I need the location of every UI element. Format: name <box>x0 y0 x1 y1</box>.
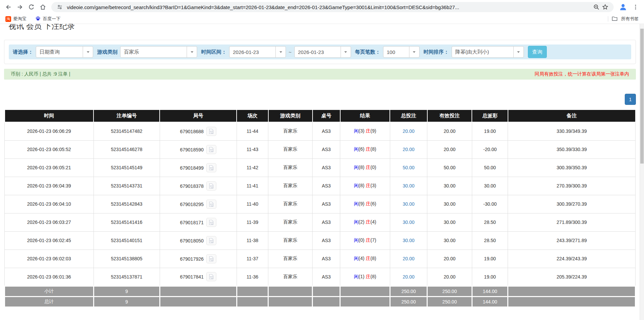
cell-payout: 50.00 <box>472 158 508 177</box>
cell-total-bet: 50.00 <box>390 158 427 177</box>
total-row-cell-10 <box>508 296 636 307</box>
cell-session: 11-42 <box>237 158 268 177</box>
video-replay-icon[interactable] <box>206 218 216 227</box>
cell-round: 679018590 <box>160 140 237 158</box>
table-row: 2026-01-23 06:02:03523145138805679017926… <box>5 250 636 268</box>
total-bet-link[interactable]: 20.00 <box>403 147 414 152</box>
column-header-3: 场次 <box>237 110 268 122</box>
cell-result: 闲(3) 庄(9) <box>340 122 390 140</box>
site-info-icon[interactable] <box>55 3 64 11</box>
player-result: 闲 <box>354 237 359 243</box>
total-row-cell-4 <box>268 296 313 307</box>
reload-icon[interactable] <box>26 1 37 13</box>
video-replay-icon[interactable] <box>206 272 216 281</box>
bookmarks-bar: 淘 爱淘宝 百度一下 所有书签 <box>0 14 644 24</box>
total-bet-link[interactable]: 30.00 <box>403 220 414 225</box>
total-row-cell-5 <box>313 296 340 307</box>
video-replay-icon[interactable] <box>206 181 216 191</box>
column-header-9: 总派彩 <box>472 110 508 122</box>
cell-note: 270.39/300.39 <box>508 177 636 195</box>
video-replay-icon[interactable] <box>206 200 216 209</box>
cell-session: 11-44 <box>237 122 268 140</box>
total-bet-link[interactable]: 20.00 <box>403 256 414 261</box>
cell-time: 2026-01-23 06:05:52 <box>5 140 94 158</box>
cell-time: 2026-01-23 06:01:36 <box>5 268 94 286</box>
total-bet-link[interactable]: 30.00 <box>403 183 414 188</box>
video-replay-icon[interactable] <box>206 254 216 263</box>
currency-summary-text: 币别 : 人民币 | 总共 :9 注单 | <box>11 71 70 77</box>
page-size-select[interactable]: 100 <box>383 46 420 58</box>
sort-select[interactable]: 降幂(由大到小) <box>452 46 524 58</box>
round-number: 679018590 <box>180 147 204 152</box>
all-bookmarks-label[interactable]: 所有书签 <box>621 16 639 22</box>
total-row-cell-0: 总计 <box>5 296 94 307</box>
cell-note: 300.39/350.39 <box>508 158 636 177</box>
total-bet-link[interactable]: 30.00 <box>403 201 414 207</box>
cell-bet-id: 523145137871 <box>93 268 160 286</box>
cell-time: 2026-01-23 06:02:03 <box>5 250 94 268</box>
date-range-separator: ~ <box>289 49 292 55</box>
cell-result: 闲(9) 庄(6) <box>340 195 390 213</box>
cell-round: 679018378 <box>160 177 237 195</box>
cell-round: 679018050 <box>160 231 237 250</box>
total-bet-link[interactable]: 50.00 <box>403 165 414 170</box>
search-button[interactable]: 查询 <box>528 46 547 58</box>
cell-total-bet: 30.00 <box>390 231 427 250</box>
player-result: 闲 <box>354 201 359 206</box>
player-result: 闲 <box>354 146 359 152</box>
cell-note: 300.39/270.39 <box>508 195 636 213</box>
scrollbar-thumb[interactable] <box>640 29 644 164</box>
cell-round: 679017926 <box>160 250 237 268</box>
table-row: 2026-01-23 06:02:45523145140151679018050… <box>5 231 636 250</box>
taobao-icon: 淘 <box>5 16 11 22</box>
table-row: 2026-01-23 06:03:27523145141416679018171… <box>5 213 636 231</box>
zoom-out-icon[interactable] <box>592 3 601 11</box>
total-bet-link[interactable]: 20.00 <box>403 274 414 280</box>
round-number: 679018688 <box>180 128 204 134</box>
page-scrollbar[interactable] <box>640 24 644 320</box>
video-replay-icon[interactable] <box>206 236 216 245</box>
bookmark-baidu[interactable]: 百度一下 <box>35 16 60 22</box>
page-1-button[interactable]: 1 <box>625 94 636 105</box>
video-replay-icon[interactable] <box>206 145 216 154</box>
total-row-cell-2 <box>160 296 237 307</box>
subtotal-row-cell-10 <box>508 286 636 296</box>
query-type-select[interactable]: 日期查询 <box>36 46 93 58</box>
cell-game-kind: 百家乐 <box>268 250 313 268</box>
video-replay-icon[interactable] <box>206 127 216 136</box>
banker-result: 庄 <box>366 237 371 243</box>
cell-bet-id: 523145143731 <box>93 177 160 195</box>
forward-icon[interactable] <box>14 1 26 13</box>
column-header-10: 备注 <box>508 110 636 122</box>
total-bet-link[interactable]: 20.00 <box>403 128 414 134</box>
game-kind-select[interactable]: 百家乐 <box>120 46 197 58</box>
cell-total-bet: 20.00 <box>390 268 427 286</box>
back-icon[interactable] <box>3 1 14 13</box>
subtotal-row-cell-5 <box>313 286 340 296</box>
cell-payout: 19.00 <box>472 122 508 140</box>
subtotal-row: 小计9250.00250.00144.00 <box>5 286 636 296</box>
date-end-select[interactable]: 2026-01-23 <box>294 46 351 58</box>
table-header-row: 时间注单编号局号场次游戏类别桌号结果总投注有效投注总派彩备注 <box>5 110 636 122</box>
bookmark-star-icon[interactable] <box>601 3 610 11</box>
subtotal-row-cell-3 <box>237 286 268 296</box>
profile-avatar[interactable] <box>618 2 628 12</box>
total-row: 总计9250.00250.00144.00 <box>5 296 636 307</box>
cell-table-no: AS3 <box>313 195 340 213</box>
subtotal-row-cell-6 <box>340 286 390 296</box>
cell-total-bet: 20.00 <box>390 250 427 268</box>
cell-bet-id: 523145138805 <box>93 250 160 268</box>
kebab-menu-icon[interactable] <box>630 1 641 13</box>
subtotal-row-cell-8: 250.00 <box>427 286 472 296</box>
total-bet-link[interactable]: 30.00 <box>403 238 414 243</box>
total-row-cell-3 <box>237 296 268 307</box>
cell-valid-bet: 30.00 <box>427 177 472 195</box>
video-replay-icon[interactable] <box>206 163 216 172</box>
cell-round: 679018295 <box>160 195 237 213</box>
total-row-cell-7: 250.00 <box>390 296 427 307</box>
url-bar[interactable]: videoie.com/game/betrecord_search/kind3?… <box>51 2 614 12</box>
home-icon[interactable] <box>37 1 49 13</box>
date-start-select[interactable]: 2026-01-23 <box>229 46 286 58</box>
bookmark-aitaobao[interactable]: 淘 爱淘宝 <box>5 16 26 22</box>
summary-notice-text: 同局有效投注，统一计算在该局第一张注单内 <box>535 71 629 77</box>
